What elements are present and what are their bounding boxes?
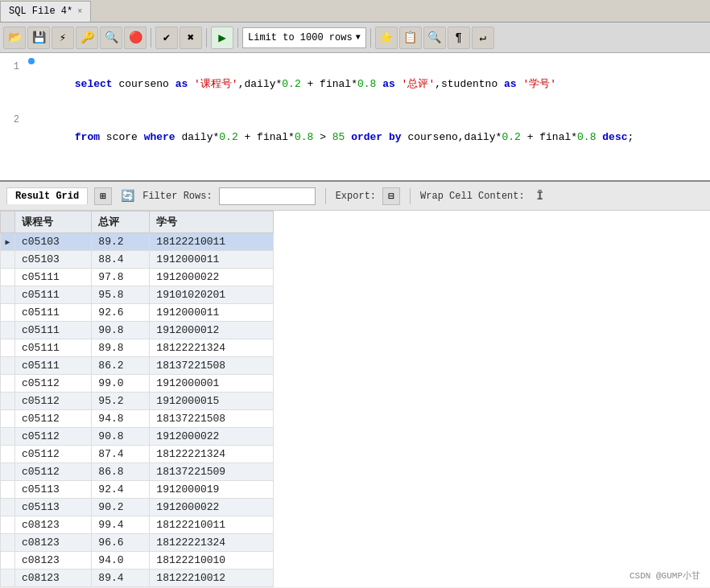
main-toolbar: 📂 💾 ⚡ 🔑 🔍 🔴 ✔️ ✖️ ▶ Limit to 1000 rows ▼… xyxy=(0,23,710,53)
table-row[interactable]: c0511390.21912000022 xyxy=(1,499,274,516)
table-cell: 89.4 xyxy=(92,569,150,587)
table-row[interactable]: c0511287.418122221324 xyxy=(1,446,274,463)
result-panel: Result Grid ⊞ 🔄 Filter Rows: Export: ⊟ W… xyxy=(0,182,710,587)
table-cell: c05112 xyxy=(15,410,92,428)
row-indicator-cell xyxy=(1,304,15,322)
table-row[interactable]: c0511192.61912000011 xyxy=(1,304,274,322)
result-grid-tab[interactable]: Result Grid xyxy=(6,187,88,204)
table-cell: c08123 xyxy=(15,516,92,534)
filter-rows-input[interactable] xyxy=(219,187,316,205)
open-button[interactable]: 📂 xyxy=(3,27,26,49)
table-cell: c05112 xyxy=(15,428,92,446)
col-header-studentno: 学号 xyxy=(150,212,274,233)
table-cell: 18122221324 xyxy=(150,339,274,357)
row-indicator-cell xyxy=(1,269,15,286)
table-cell: 1912000001 xyxy=(150,375,274,393)
explain-button[interactable]: 🔑 xyxy=(76,27,98,49)
clipboard-button[interactable]: 📋 xyxy=(399,27,422,49)
sql-file-tab[interactable]: SQL File 4* × xyxy=(0,1,91,22)
table-cell: 1912000012 xyxy=(150,322,274,339)
table-cell: 18137221508 xyxy=(150,410,274,428)
record-button[interactable]: 🔴 xyxy=(124,27,147,49)
table-cell: 96.6 xyxy=(92,534,150,552)
export-icon-button[interactable]: ⊟ xyxy=(382,187,400,205)
row-indicator-cell xyxy=(1,322,15,339)
limit-rows-select[interactable]: Limit to 1000 rows ▼ xyxy=(242,27,366,48)
run-button[interactable]: ▶ xyxy=(211,27,233,49)
table-cell: c08123 xyxy=(15,552,92,569)
grid-icon-button[interactable]: ⊞ xyxy=(94,187,112,205)
execute-button[interactable]: ⚡ xyxy=(52,27,74,49)
table-cell: 18137221508 xyxy=(150,357,274,375)
table-row[interactable]: c0511295.21912000015 xyxy=(1,393,274,410)
wrap-cell-label: Wrap Cell Content: xyxy=(420,191,525,202)
table-cell: 89.2 xyxy=(92,233,150,251)
save-button[interactable]: 💾 xyxy=(27,27,50,49)
table-row[interactable]: c0510388.41912000011 xyxy=(1,251,274,269)
table-row[interactable]: c0511197.81912000022 xyxy=(1,269,274,286)
table-cell: 18122210011 xyxy=(150,233,274,251)
row-indicator-header xyxy=(1,212,15,233)
rollback-button[interactable]: ✖️ xyxy=(180,27,202,49)
sql-editor[interactable]: 1 select courseno as '课程号',daily*0.2 + f… xyxy=(0,53,710,182)
table-row[interactable]: c0812389.418122210012 xyxy=(1,569,274,587)
table-cell: c05111 xyxy=(15,357,92,375)
table-cell: 99.4 xyxy=(92,516,150,534)
table-cell: 89.8 xyxy=(92,339,150,357)
table-cell: 18137221509 xyxy=(150,463,274,481)
table-cell: 90.2 xyxy=(92,499,150,516)
line-dot-1 xyxy=(26,58,37,64)
toolbar-sep-4 xyxy=(370,28,371,47)
result-table: 课程号 总评 学号 ▶c0510389.218122210011c0510388… xyxy=(0,211,274,587)
table-cell: c05103 xyxy=(15,251,92,269)
table-row[interactable]: c0511392.41912000019 xyxy=(1,481,274,499)
tab-close-button[interactable]: × xyxy=(77,7,82,16)
wrap-icon-button[interactable]: Ī xyxy=(531,187,549,205)
table-row[interactable]: c0511186.218137221508 xyxy=(1,357,274,375)
table-cell: 18122210010 xyxy=(150,552,274,569)
table-row[interactable]: c0511294.818137221508 xyxy=(1,410,274,428)
result-grid-tab-label: Result Grid xyxy=(15,191,79,202)
table-row[interactable]: c0511299.01912000001 xyxy=(1,375,274,393)
table-row[interactable]: c0511286.818137221509 xyxy=(1,463,274,481)
search-button[interactable]: 🔍 xyxy=(100,27,122,49)
table-row[interactable]: c0812396.618122221324 xyxy=(1,534,274,552)
col-header-total: 总评 xyxy=(92,212,150,233)
row-indicator-cell xyxy=(1,286,15,304)
result-table-container[interactable]: 课程号 总评 学号 ▶c0510389.218122210011c0510388… xyxy=(0,211,710,587)
table-cell: c05111 xyxy=(15,286,92,304)
row-indicator-cell xyxy=(1,357,15,375)
line-number-1: 1 xyxy=(0,58,26,76)
row-indicator-cell xyxy=(1,251,15,269)
table-row[interactable]: c0511195.819101020201 xyxy=(1,286,274,304)
table-row[interactable]: c0812394.018122210010 xyxy=(1,552,274,569)
table-cell: c05113 xyxy=(15,481,92,499)
table-cell: 18122221324 xyxy=(150,446,274,463)
table-cell: c05103 xyxy=(15,233,92,251)
limit-rows-label: Limit to 1000 rows xyxy=(248,32,353,43)
table-cell: 90.8 xyxy=(92,428,150,446)
table-cell: 86.8 xyxy=(92,463,150,481)
table-cell: c05111 xyxy=(15,322,92,339)
table-row[interactable]: c0511189.818122221324 xyxy=(1,339,274,357)
commit-button[interactable]: ✔️ xyxy=(155,27,178,49)
result-toolbar-sep-2 xyxy=(410,188,411,204)
tab-bar: SQL File 4* × xyxy=(0,0,710,23)
star-button[interactable]: ⭐ xyxy=(375,27,398,49)
table-cell: 1912000022 xyxy=(150,499,274,516)
table-row[interactable]: ▶c0510389.218122210011 xyxy=(1,233,274,251)
row-indicator-cell xyxy=(1,499,15,516)
find-button[interactable]: 🔍 xyxy=(423,27,446,49)
tab-label: SQL File 4* xyxy=(9,6,72,17)
table-cell: c05111 xyxy=(15,269,92,286)
toolbar-sep-2 xyxy=(206,28,207,47)
paragraph-button[interactable]: ¶ xyxy=(448,27,470,49)
table-cell: 1912000015 xyxy=(150,393,274,410)
table-row[interactable]: c0511190.81912000012 xyxy=(1,322,274,339)
toolbar-sep-3 xyxy=(237,28,238,47)
table-cell: c05112 xyxy=(15,463,92,481)
table-row[interactable]: c0511290.81912000022 xyxy=(1,428,274,446)
table-row[interactable]: c0812399.418122210011 xyxy=(1,516,274,534)
return-button[interactable]: ↵ xyxy=(472,27,494,49)
refresh-icon-button[interactable]: 🔄 xyxy=(118,187,136,205)
